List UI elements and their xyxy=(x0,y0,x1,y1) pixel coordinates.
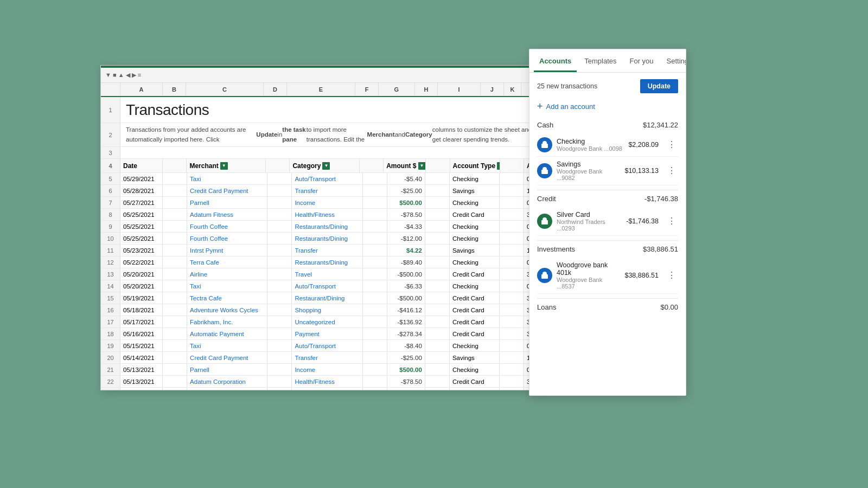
update-button[interactable]: Update xyxy=(640,79,678,93)
col-j: J xyxy=(481,83,504,96)
col-c: C xyxy=(186,83,264,96)
tab-settings[interactable]: Settings xyxy=(661,49,686,72)
update-bar: 25 new transactions Update xyxy=(537,79,678,93)
cell-merchant[interactable]: Tectra Cafe xyxy=(187,292,267,304)
col-headers: A B C D E F G H I J K L xyxy=(101,83,545,97)
account-more-button[interactable]: ⋮ xyxy=(665,165,678,176)
row-num-17: 17 xyxy=(101,316,120,328)
cell-merchant[interactable]: Taxi xyxy=(187,280,267,292)
svg-rect-1 xyxy=(543,145,544,146)
amount-filter-icon[interactable]: ▼ xyxy=(418,162,426,170)
cell-merchant[interactable]: Airline xyxy=(187,268,267,280)
table-row: 19 05/15/2021 Taxi Auto/Transport -$8.40… xyxy=(101,340,545,352)
cell-category: Auto/Transport xyxy=(292,280,363,292)
cell-merchant[interactable]: Taxi xyxy=(187,173,267,184)
cell-merchant[interactable]: Fourth Coffee xyxy=(187,388,267,390)
account-more-button[interactable]: ⋮ xyxy=(665,216,678,227)
tab-foryou[interactable]: For you xyxy=(624,49,659,72)
row-num-16: 16 xyxy=(101,304,120,316)
cell-merchant[interactable]: Terra Cafe xyxy=(187,256,267,268)
row-num-header xyxy=(101,83,120,96)
col-g: G xyxy=(379,83,415,96)
cell-actype: Checking xyxy=(450,221,500,232)
row-num-15: 15 xyxy=(101,292,120,304)
add-account-link[interactable]: + Add an account xyxy=(537,101,678,112)
cell-merchant[interactable]: Fourth Coffee xyxy=(187,221,267,232)
cell-amount: -$500.00 xyxy=(387,292,425,304)
cell-actype: Checking xyxy=(450,340,500,351)
cell-merchant[interactable]: Parnell xyxy=(187,197,267,208)
add-account-label: Add an account xyxy=(546,102,595,111)
cell-date: 05/13/2021 xyxy=(120,376,163,387)
cell-merchant[interactable]: Adatum Corporation xyxy=(187,376,267,387)
cell-merchant[interactable]: Credit Card Payment xyxy=(187,185,267,196)
cell-date: 05/27/2021 xyxy=(120,197,163,208)
cell-amount: -$5.40 xyxy=(387,173,425,184)
cell-merchant[interactable]: Fourth Coffee xyxy=(187,233,267,244)
cell-merchant[interactable]: Parnell xyxy=(187,364,267,375)
cell-merchant[interactable]: Intrst Pymnt xyxy=(187,245,267,256)
cell-merchant[interactable]: Automatic Payment xyxy=(187,328,267,339)
task-pane: Accounts Templates For you Settings 25 n… xyxy=(529,49,686,396)
cell-actype: Checking xyxy=(450,364,500,375)
account-more-button[interactable]: ⋮ xyxy=(665,270,678,281)
cell-actype: Checking xyxy=(450,233,500,244)
cell-category: Transfer xyxy=(292,185,363,196)
cell-amount: $4.22 xyxy=(387,245,425,256)
cell-actype: Credit Card xyxy=(450,268,500,280)
svg-rect-3 xyxy=(543,171,544,172)
section-header: Loans $0.00 xyxy=(537,303,678,311)
cell-actype: Savings xyxy=(450,185,500,196)
cell-date: 05/17/2021 xyxy=(120,316,163,328)
cell-merchant[interactable]: Adatum Fitness xyxy=(187,209,267,220)
cell-amount: -$278.34 xyxy=(387,328,425,339)
sheet-title: Transactions xyxy=(120,97,544,123)
account-number: Woodgrove Bank ...8537 xyxy=(557,277,620,290)
row-num-13: 13 xyxy=(101,268,120,280)
account-item: Silver Card Northwind Traders ...0293 -$… xyxy=(537,207,678,236)
cell-amount: -$136.92 xyxy=(387,316,425,328)
account-number: Woodgrove Bank ...9082 xyxy=(557,168,620,181)
cell-amount: -$6.33 xyxy=(387,280,425,292)
svg-rect-6 xyxy=(541,274,548,279)
cell-category: Travel xyxy=(292,268,363,280)
cell-category: Auto/Transport xyxy=(292,173,363,184)
row-3-num: 3 xyxy=(101,147,120,158)
section-loans: Loans $0.00 xyxy=(537,303,678,311)
header-merchant: Merchant ▼ xyxy=(187,159,266,172)
table-row: 21 05/13/2021 Parnell Income $500.00 Che… xyxy=(101,364,545,376)
cell-amount: -$416.12 xyxy=(387,304,425,316)
table-row: 13 05/20/2021 Airline Travel -$500.00 Cr… xyxy=(101,268,545,280)
cell-date: 05/13/2021 xyxy=(120,364,163,375)
cell-date: 05/23/2021 xyxy=(120,245,163,256)
table-row: 18 05/16/2021 Automatic Payment Payment … xyxy=(101,328,545,340)
tab-templates[interactable]: Templates xyxy=(579,49,622,72)
cell-date: 05/20/2021 xyxy=(120,280,163,292)
cell-amount: -$500.00 xyxy=(387,268,425,280)
merchant-filter-icon[interactable]: ▼ xyxy=(220,162,228,170)
section-total: $12,341.22 xyxy=(643,121,678,129)
row-num-5: 5 xyxy=(101,173,120,184)
col-k: K xyxy=(504,83,522,96)
cell-amount: $500.00 xyxy=(387,364,425,375)
cell-merchant[interactable]: Adventure Works Cycles xyxy=(187,304,267,316)
cell-amount: -$89.40 xyxy=(387,256,425,268)
header-category: Category ▼ xyxy=(290,159,359,172)
cell-category: Restaurants/Dining xyxy=(292,388,363,390)
col-h: H xyxy=(415,83,438,96)
cell-category: Health/Fitness xyxy=(292,376,363,387)
row-num-12: 12 xyxy=(101,256,120,268)
col-a: A xyxy=(120,83,163,96)
category-filter-icon[interactable]: ▼ xyxy=(322,162,330,170)
cell-merchant[interactable]: Credit Card Payment xyxy=(187,352,267,363)
cell-date: 05/22/2021 xyxy=(120,256,163,268)
cell-category: Restaurants/Dining xyxy=(292,256,363,268)
account-more-button[interactable]: ⋮ xyxy=(665,139,678,150)
tab-accounts[interactable]: Accounts xyxy=(534,49,577,72)
svg-rect-7 xyxy=(543,276,544,277)
cell-merchant[interactable]: Fabrikham, Inc. xyxy=(187,316,267,328)
cell-date: 05/14/2021 xyxy=(120,352,163,363)
cell-merchant[interactable]: Taxi xyxy=(187,340,267,351)
row-num-18: 18 xyxy=(101,328,120,339)
row-2-num: 2 xyxy=(101,123,120,146)
